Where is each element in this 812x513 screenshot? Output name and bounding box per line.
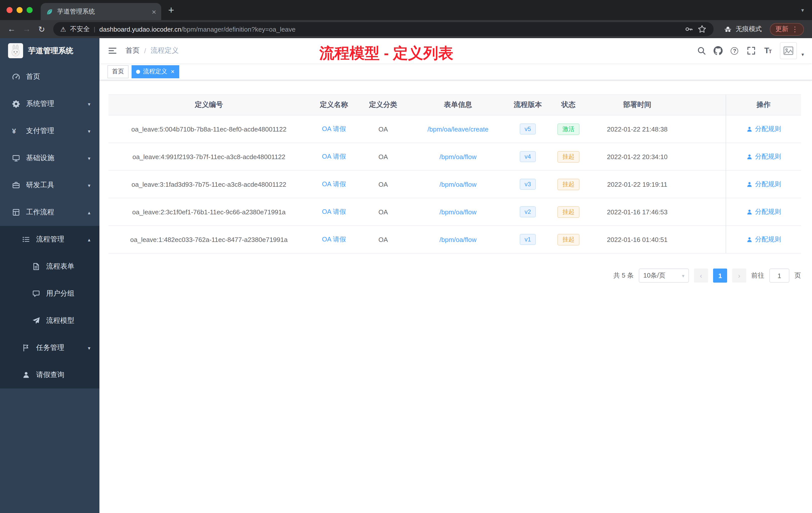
- deploy-time: 2022-01-22 21:48:38: [607, 125, 667, 133]
- assign-rule-link[interactable]: 分配规则: [746, 207, 781, 216]
- sidebar-item-label: 请假查询: [36, 370, 64, 380]
- sidebar-menu: 首页系统管理▾¥支付管理▾基础设施▾研发工具▾工作流程▴流程管理▴流程表单用户分…: [0, 63, 99, 389]
- deploy-time: 2022-01-22 19:19:11: [607, 180, 667, 188]
- form-link[interactable]: /bpm/oa/flow: [439, 153, 476, 160]
- pagination-total: 共 5 条: [613, 271, 634, 280]
- chevron-down-icon: ▾: [88, 128, 90, 134]
- page-number-button[interactable]: 1: [713, 269, 727, 282]
- back-button[interactable]: ←: [5, 25, 18, 34]
- definition-name-link[interactable]: OA 请假: [322, 235, 346, 244]
- address-bar[interactable]: ⚠ 不安全 | dashboard.yudao.iocoder.cn/bpm/m…: [53, 22, 714, 36]
- sidebar-item-task-management[interactable]: 任务管理▾: [0, 334, 99, 361]
- chevron-down-icon: ▾: [88, 182, 90, 188]
- window-minimize-button[interactable]: [17, 7, 23, 13]
- assign-rule-label: 分配规则: [755, 207, 781, 216]
- hamburger-icon[interactable]: [108, 46, 117, 56]
- assign-rule-link[interactable]: 分配规则: [746, 235, 781, 244]
- tag-close-icon[interactable]: ×: [171, 68, 174, 74]
- sidebar-item-label: 流程模型: [46, 316, 74, 325]
- table-row: oa_leave:4:991f2193-7b7f-11ec-a3c8-acde4…: [109, 143, 801, 171]
- assign-rule-link[interactable]: 分配规则: [746, 124, 781, 133]
- avatar-caret-icon[interactable]: ▾: [802, 52, 804, 59]
- chevron-up-icon: ▴: [88, 210, 90, 215]
- avatar[interactable]: [780, 42, 797, 59]
- definition-name-link[interactable]: OA 请假: [322, 180, 346, 189]
- font-size-icon[interactable]: TT: [763, 46, 772, 55]
- tag-home[interactable]: 首页: [108, 65, 128, 78]
- yen-icon: ¥: [12, 127, 20, 135]
- prev-page-button[interactable]: ‹: [694, 269, 708, 282]
- tag-process-definition[interactable]: 流程定义×: [132, 65, 179, 78]
- breadcrumb-current: 流程定义: [151, 46, 179, 55]
- help-icon[interactable]: ?: [730, 46, 739, 55]
- page-jump-input[interactable]: 1: [769, 269, 789, 282]
- window-zoom-button[interactable]: [27, 7, 33, 13]
- list-icon: [22, 235, 30, 243]
- column-header: 状态: [547, 100, 589, 110]
- incognito-icon: [724, 25, 732, 33]
- reload-button[interactable]: ↻: [35, 24, 48, 34]
- table-header-row: 定义编号定义名称定义分类表单信息流程版本状态部署时间操作: [109, 94, 801, 116]
- deploy-time: 2022-01-16 17:46:53: [607, 208, 667, 216]
- fixed-column-divider: [726, 94, 726, 253]
- page-size-select[interactable]: 10条/页 ▾: [639, 269, 689, 282]
- url-domain: dashboard.yudao.iocoder.cn: [99, 25, 181, 33]
- form-link[interactable]: /bpm/oa/flow: [439, 236, 476, 243]
- search-icon[interactable]: [697, 46, 706, 55]
- key-icon[interactable]: [685, 25, 694, 34]
- tab-search-chevron-icon[interactable]: ▾: [801, 7, 804, 13]
- sidebar-item-dev-tools[interactable]: 研发工具▾: [0, 172, 99, 199]
- browser-tab[interactable]: 芋道管理系统 ×: [41, 3, 161, 20]
- tab-close-icon[interactable]: ×: [152, 7, 156, 16]
- table-row: oa_leave:1:482ec033-762a-11ec-8477-a2380…: [109, 226, 801, 253]
- sidebar-item-process-model[interactable]: 流程模型: [0, 307, 99, 334]
- form-link[interactable]: /bpm/oa/flow: [439, 180, 476, 188]
- app-logo[interactable]: 芋道管理系统: [0, 38, 99, 63]
- status-badge: 挂起: [557, 151, 580, 162]
- definition-name-link[interactable]: OA 请假: [322, 124, 346, 133]
- sidebar-item-process-management[interactable]: 流程管理▴: [0, 226, 99, 253]
- sidebar-item-payment-management[interactable]: ¥支付管理▾: [0, 117, 99, 145]
- definition-name-link[interactable]: OA 请假: [322, 207, 346, 216]
- definition-name-link[interactable]: OA 请假: [322, 152, 346, 161]
- new-tab-button[interactable]: +: [168, 5, 174, 15]
- definition-id: oa_leave:3:1fad3d93-7b75-11ec-a3c8-acde4…: [132, 180, 286, 188]
- fullscreen-icon[interactable]: [747, 46, 756, 55]
- logo-image: [8, 43, 23, 58]
- sidebar-item-home[interactable]: 首页: [0, 63, 99, 90]
- assign-rule-link[interactable]: 分配规则: [746, 180, 781, 189]
- browser-toolbar: ← → ↻ ⚠ 不安全 | dashboard.yudao.iocoder.cn…: [0, 20, 812, 38]
- sidebar-item-label: 基础设施: [26, 154, 54, 163]
- sidebar-item-workflow[interactable]: 工作流程▴: [0, 199, 99, 226]
- github-icon[interactable]: [714, 46, 723, 55]
- next-page-button[interactable]: ›: [732, 269, 746, 282]
- omnibox-separator: |: [94, 26, 95, 33]
- form-link[interactable]: /bpm/oa/leave/create: [428, 125, 489, 133]
- plane-icon: [32, 317, 40, 325]
- version-tag: v1: [520, 234, 536, 245]
- breadcrumb-home[interactable]: 首页: [125, 46, 140, 55]
- sidebar-item-process-form[interactable]: 流程表单: [0, 253, 99, 280]
- content: 定义编号定义名称定义分类表单信息流程版本状态部署时间操作 oa_leave:5:…: [99, 80, 812, 513]
- person-icon: [746, 181, 753, 187]
- screen: 芋道管理系统 × + ▾ ← → ↻ ⚠ 不安全 | dashboard.yud…: [0, 0, 812, 513]
- forward-button[interactable]: →: [20, 25, 33, 34]
- form-link[interactable]: /bpm/oa/flow: [439, 208, 476, 216]
- sidebar-item-infrastructure[interactable]: 基础设施▾: [0, 145, 99, 172]
- bookmark-star-icon[interactable]: [697, 25, 706, 34]
- browser-update-menu-button[interactable]: 更新 ⋮: [770, 23, 804, 35]
- definition-category: OA: [378, 236, 388, 243]
- person-icon: [22, 371, 30, 379]
- broken-image-icon: [783, 45, 794, 56]
- sidebar: 芋道管理系统 首页系统管理▾¥支付管理▾基础设施▾研发工具▾工作流程▴流程管理▴…: [0, 38, 99, 513]
- gauge-icon: [12, 73, 20, 81]
- window-close-button[interactable]: [6, 7, 12, 13]
- monitor-icon: [12, 154, 20, 162]
- sidebar-item-leave-query[interactable]: 请假查询: [0, 361, 99, 389]
- status-badge: 挂起: [557, 234, 580, 245]
- app-title: 芋道管理系统: [28, 46, 73, 56]
- sidebar-item-system-management[interactable]: 系统管理▾: [0, 90, 99, 117]
- sidebar-item-user-group[interactable]: 用户分组: [0, 280, 99, 307]
- person-icon: [746, 153, 753, 160]
- assign-rule-link[interactable]: 分配规则: [746, 152, 781, 161]
